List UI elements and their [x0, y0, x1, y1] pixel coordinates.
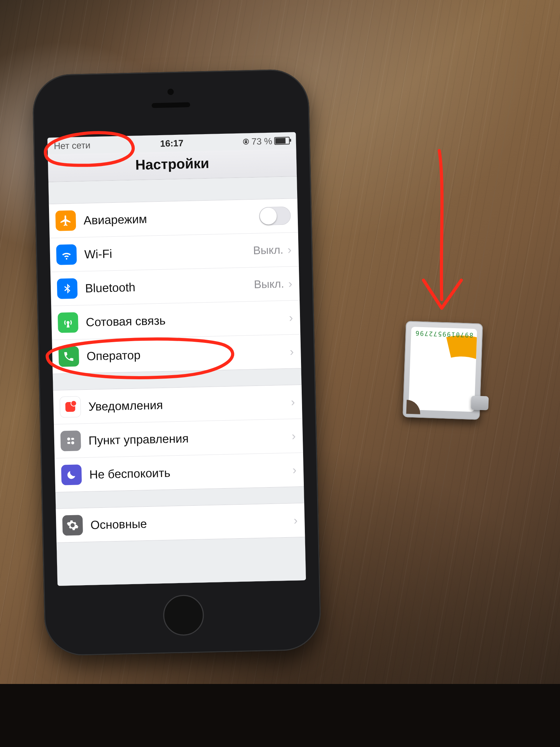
chevron-right-icon: › — [292, 429, 296, 443]
battery-icon — [274, 137, 289, 145]
row-label: Сотовая связь — [86, 311, 288, 329]
svg-point-5 — [71, 441, 74, 444]
row-label: Основные — [90, 513, 292, 532]
svg-point-2 — [67, 437, 70, 441]
row-label: Авиарежим — [83, 209, 259, 227]
sim-tray: 8970199572796 — [402, 321, 483, 420]
moon-icon — [61, 464, 82, 485]
annotation-arrow-shaft — [439, 151, 442, 299]
wifi-icon — [56, 244, 77, 265]
gear-icon — [62, 515, 83, 535]
phone-icon — [58, 346, 79, 367]
chevron-right-icon: › — [292, 463, 296, 477]
chevron-right-icon: › — [291, 395, 295, 409]
phone-screen: Нет сети 16:17 73 % Настройки — [47, 132, 306, 586]
row-label: Wi-Fi — [84, 243, 253, 261]
row-label: Bluetooth — [85, 277, 254, 295]
chevron-right-icon: › — [287, 243, 292, 256]
annotation-arrow-head — [424, 280, 461, 308]
row-value: Выкл. — [254, 277, 284, 291]
chevron-right-icon: › — [294, 513, 298, 527]
row-notifications[interactable]: Уведомления › — [53, 385, 302, 424]
photo-scene: Нет сети 16:17 73 % Настройки — [0, 0, 560, 747]
row-value: Выкл. — [253, 243, 284, 257]
chevron-right-icon: › — [290, 345, 294, 358]
airplane-icon — [55, 210, 76, 231]
settings-list[interactable]: Авиарежим Wi-Fi Выкл. › — [48, 177, 306, 586]
row-wifi[interactable]: Wi-Fi Выкл. › — [50, 232, 299, 272]
home-button[interactable] — [163, 594, 204, 636]
svg-rect-3 — [71, 438, 74, 440]
row-bluetooth[interactable]: Bluetooth Выкл. › — [50, 266, 300, 306]
row-cellular[interactable]: Сотовая связь › — [51, 300, 300, 340]
sim-tray-handle — [471, 396, 489, 410]
row-general[interactable]: Основные › — [56, 503, 305, 542]
iphone-device: Нет сети 16:17 73 % Настройки — [32, 69, 321, 656]
row-control-center[interactable]: Пункт управления › — [54, 419, 303, 458]
settings-group-general: Основные › — [56, 503, 305, 543]
row-label: Оператор — [86, 345, 288, 363]
row-label: Уведомления — [88, 395, 289, 413]
status-battery-pct: 73 % — [251, 136, 272, 147]
bluetooth-icon — [57, 278, 77, 299]
svg-rect-1 — [245, 141, 247, 143]
chevron-right-icon: › — [288, 277, 292, 290]
row-label: Не беспокоить — [89, 463, 291, 481]
earpiece-speaker — [152, 102, 190, 108]
row-carrier[interactable]: Оператор › — [52, 334, 301, 374]
chevron-right-icon: › — [289, 311, 293, 324]
rotation-lock-icon — [242, 138, 249, 145]
notifications-icon — [59, 396, 81, 417]
status-carrier-text: Нет сети — [54, 140, 91, 151]
sim-card-logo — [408, 327, 477, 412]
control-center-icon — [60, 430, 81, 451]
front-camera — [167, 89, 174, 95]
row-airplane-mode[interactable]: Авиарежим — [49, 199, 298, 238]
settings-group-notifications: Уведомления › Пункт управления › — [53, 385, 304, 492]
svg-rect-4 — [67, 442, 70, 444]
row-do-not-disturb[interactable]: Не беспокоить › — [55, 452, 304, 492]
row-label: Пункт управления — [89, 429, 290, 447]
sim-card: 8970199572796 — [408, 327, 477, 412]
cellular-icon — [58, 312, 78, 333]
airplane-toggle[interactable] — [259, 207, 291, 226]
settings-group-connectivity: Авиарежим Wi-Fi Выкл. › — [49, 198, 301, 374]
